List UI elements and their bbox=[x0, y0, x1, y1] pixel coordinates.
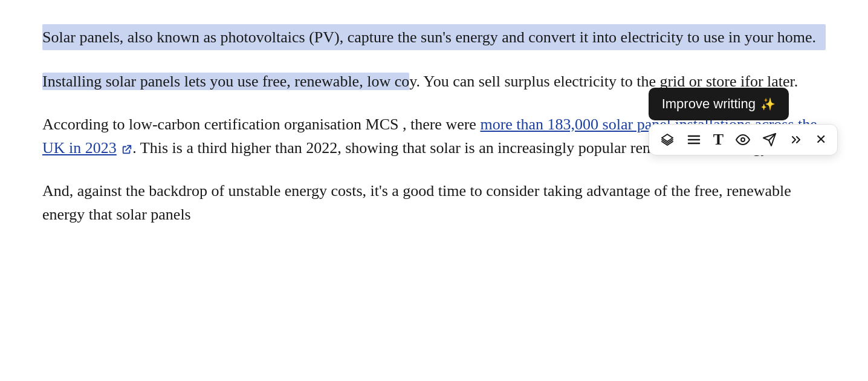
transform-icon[interactable] bbox=[660, 132, 675, 147]
paragraph-2-highlighted: Installing solar panels lets you use fre… bbox=[42, 73, 409, 90]
paragraph-1-text: Solar panels, also known as photovoltaic… bbox=[42, 28, 816, 46]
paragraph-2: Installing solar panels lets you use fre… bbox=[42, 70, 826, 93]
sparkle-icon: ✨ bbox=[760, 97, 776, 111]
improve-writing-button[interactable]: Improve writting ✨ bbox=[649, 88, 789, 120]
improve-writing-label: Improve writting bbox=[662, 96, 756, 112]
svg-point-3 bbox=[741, 138, 745, 142]
eye-icon[interactable] bbox=[736, 132, 750, 147]
external-link-icon bbox=[121, 144, 132, 155]
paragraph-3-text-before: According to low-carbon certification or… bbox=[42, 116, 480, 133]
content-area: Solar panels, also known as photovoltaic… bbox=[42, 24, 826, 226]
paragraph-1: Solar panels, also known as photovoltaic… bbox=[42, 24, 826, 50]
paragraph-4-text: And, against the backdrop of unstable en… bbox=[42, 182, 791, 223]
close-icon[interactable]: ✕ bbox=[815, 133, 826, 146]
send-icon[interactable] bbox=[762, 132, 777, 147]
formatting-toolbar: T bbox=[649, 124, 838, 155]
forward-icon[interactable] bbox=[789, 132, 803, 147]
text-format-icon[interactable]: T bbox=[713, 132, 724, 148]
list-icon[interactable] bbox=[687, 132, 701, 147]
ai-popup: Improve writting ✨ bbox=[649, 88, 838, 155]
paragraph-4: And, against the backdrop of unstable en… bbox=[42, 179, 826, 226]
